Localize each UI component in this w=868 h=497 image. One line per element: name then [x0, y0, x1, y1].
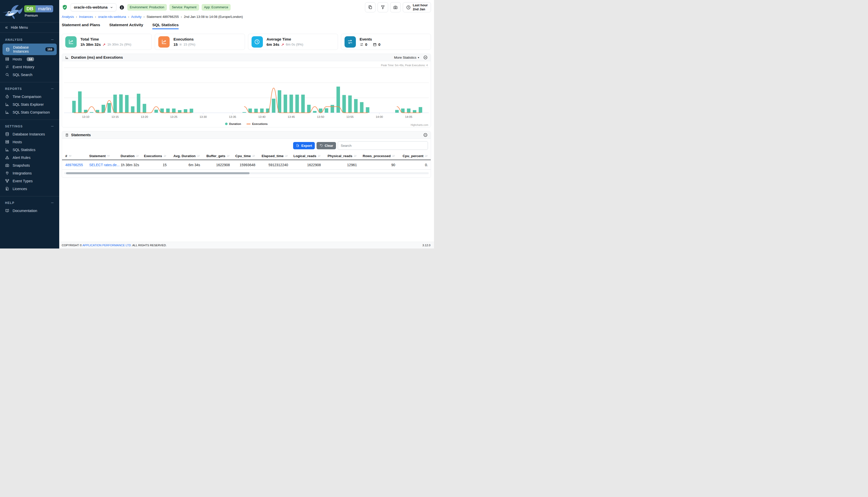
chart-legend: Duration Executions	[62, 121, 431, 127]
company-link[interactable]: APPLICATION PERFORMANCE LTD.	[82, 244, 132, 247]
instance-selector-label: oracle-rds-webtuna	[74, 5, 108, 9]
column-header-number[interactable]: #	[62, 154, 86, 158]
column-header-duration[interactable]: Duration	[119, 154, 143, 158]
sidebar-item-integrations[interactable]: Integrations	[0, 169, 59, 177]
sidebar-item-sql-search[interactable]: SQL Search	[0, 71, 59, 79]
column-header-statement[interactable]: Statement	[86, 154, 119, 158]
logo-db: DB	[24, 5, 36, 12]
sidebar-item-label: SQL Search	[13, 73, 32, 77]
cell-link-statement[interactable]: SELECT rates.de...	[89, 163, 120, 167]
tabs: Statement and PlansStatement ActivitySQL…	[59, 19, 434, 32]
tab-statement-activity[interactable]: Statement Activity	[109, 23, 143, 29]
sidebar-item-label: SQL Stats Explorer	[13, 102, 44, 106]
warning-icon	[5, 155, 9, 160]
sort-desc-icon	[354, 154, 357, 158]
sidebar-item-database-instances[interactable]: Database Instances153	[2, 44, 57, 55]
chart-panel-title: Duration (ms) and Executions	[71, 55, 123, 59]
column-header-rows-processed[interactable]: Rows_processed	[360, 154, 399, 158]
search-icon	[5, 72, 9, 77]
info-icon[interactable]	[119, 5, 124, 10]
column-header-logical-reads[interactable]: Logical_reads	[292, 154, 325, 158]
sidebar-item-snapshots[interactable]: Snapshots	[0, 161, 59, 169]
svg-text:13:30: 13:30	[199, 115, 207, 118]
search-input[interactable]	[338, 141, 428, 150]
horizontal-scrollbar-thumb[interactable]	[66, 172, 249, 174]
filter-button[interactable]	[377, 2, 388, 12]
tab-statement-and-plans[interactable]: Statement and Plans	[62, 23, 100, 29]
legend-duration[interactable]: Duration	[225, 122, 241, 125]
bar-chart-icon	[65, 56, 69, 59]
statements-table: #StatementDurationExecutionsAvg. Duratio…	[62, 152, 431, 170]
time-range-button[interactable]: Last hour2nd Jan	[403, 2, 431, 12]
svg-text:13:45: 13:45	[288, 115, 295, 118]
hide-menu-label: Hide Menu	[11, 25, 28, 29]
breadcrumb-separator: ›	[76, 15, 77, 19]
svg-text:13:40: 13:40	[258, 115, 266, 118]
sidebar-item-hosts[interactable]: Hosts	[0, 138, 59, 146]
cell-logical-reads: 1622908	[307, 163, 321, 167]
stat-card-total-time: Total Time1h 38m 32s↗1h 30m 2s (9%)	[62, 34, 152, 50]
legend-duration-label: Duration	[229, 122, 241, 125]
tab-sql-statistics[interactable]: SQL Statistics	[152, 23, 179, 29]
column-header-avg-duration[interactable]: Avg. Duration	[170, 154, 204, 158]
column-header-buffer-gets[interactable]: Buffer_gets	[204, 154, 233, 158]
sidebar-item-documentation[interactable]: Documentation	[0, 207, 59, 214]
export-button[interactable]: Export	[293, 142, 315, 149]
sidebar-item-hosts[interactable]: Hosts14	[0, 55, 59, 63]
tag-badge-service: Service: Payment	[169, 4, 199, 11]
collapse-chart-icon[interactable]	[423, 55, 428, 60]
breadcrumb-link-instances[interactable]: Instances	[79, 15, 93, 19]
copy-button[interactable]	[365, 2, 375, 12]
cell-elapsed-time: 5912312240	[268, 163, 288, 167]
clock-icon	[406, 5, 411, 10]
section-header-reports: REPORTS	[0, 85, 59, 93]
sidebar-item-sql-statistics[interactable]: SQL Statistics	[0, 146, 59, 154]
collapse-section-icon[interactable]	[51, 38, 54, 42]
column-header-cpu-percent[interactable]: Cpu_percent	[399, 154, 431, 158]
hide-menu-button[interactable]: Hide Menu	[0, 22, 59, 33]
camera-button[interactable]	[390, 2, 401, 12]
breadcrumb-link-analysis[interactable]: Analysis	[62, 15, 74, 19]
breadcrumb-link-activity[interactable]: Activity	[131, 15, 141, 19]
breadcrumb-item-2nd-jan-13-08-to-14-08-europe-london: 2nd Jan 13:08 to 14:08 (Europe/London)	[184, 15, 243, 19]
sidebar-section-analysis: ANALYSISDatabase Instances153Hosts14Even…	[0, 35, 59, 79]
horizontal-scrollbar[interactable]	[64, 172, 429, 174]
sort-desc-icon	[318, 154, 321, 158]
duration-executions-chart: 13:1013:1513:2013:2513:3013:3513:4013:45…	[62, 63, 431, 120]
clear-button[interactable]: Clear	[317, 142, 336, 149]
sidebar-item-sql-stats-comparison[interactable]: SQL Stats Comparison	[0, 108, 59, 116]
collapse-section-icon[interactable]	[51, 124, 54, 128]
legend-executions[interactable]: Executions	[247, 122, 267, 125]
svg-text:13:10: 13:10	[82, 115, 89, 118]
cell-avg-duration: 6m 34s	[189, 163, 200, 167]
statements-panel-title: Statements	[71, 133, 91, 137]
sidebar-item-event-history[interactable]: Event History	[0, 63, 59, 71]
sidebar-item-sql-stats-explorer[interactable]: SQL Stats Explorer	[0, 100, 59, 108]
cell-link-number[interactable]: 489766255	[65, 163, 83, 167]
collapse-statements-icon[interactable]	[423, 133, 428, 137]
more-statistics-dropdown[interactable]: More Statistics ▾	[394, 56, 419, 59]
collapse-section-icon[interactable]	[51, 87, 54, 91]
collapse-section-icon[interactable]	[51, 201, 54, 205]
svg-text:13:15: 13:15	[111, 115, 119, 118]
sidebar-item-licences[interactable]: Licences	[0, 185, 59, 193]
copyright-text: COPYRIGHT © APPLICATION PERFORMANCE LTD.…	[62, 244, 167, 247]
instance-selector[interactable]: oracle-rds-webtuna	[71, 3, 116, 11]
clock-icon	[251, 36, 263, 47]
column-header-executions[interactable]: Executions	[143, 154, 170, 158]
sidebar-item-database-instances[interactable]: Database Instances	[0, 130, 59, 138]
sidebar-item-time-comparison[interactable]: Time Comparison	[0, 93, 59, 100]
breadcrumb-link-oracle-rds-webtuna[interactable]: oracle-rds-webtuna	[98, 15, 126, 19]
column-header-physical-reads[interactable]: Physical_reads	[325, 154, 360, 158]
sort-asc-icon	[107, 154, 110, 158]
column-header-cpu-time[interactable]: Cpu_time	[233, 154, 259, 158]
dbmarlin-app: DB marlin Premium Hide Menu ANALYSISData…	[0, 0, 434, 248]
column-header-elapsed-time[interactable]: Elapsed_time	[259, 154, 292, 158]
sidebar-item-label: Event Types	[13, 179, 33, 183]
cell-executions: 15	[163, 163, 167, 167]
sidebar-item-alert-rules[interactable]: Alert Rules	[0, 154, 59, 161]
cell-duration: 1h 38m 32s	[121, 163, 139, 167]
sidebar-item-event-types[interactable]: Event Types	[0, 177, 59, 185]
server-icon	[5, 57, 9, 61]
sidebar: DB marlin Premium Hide Menu ANALYSISData…	[0, 0, 59, 248]
